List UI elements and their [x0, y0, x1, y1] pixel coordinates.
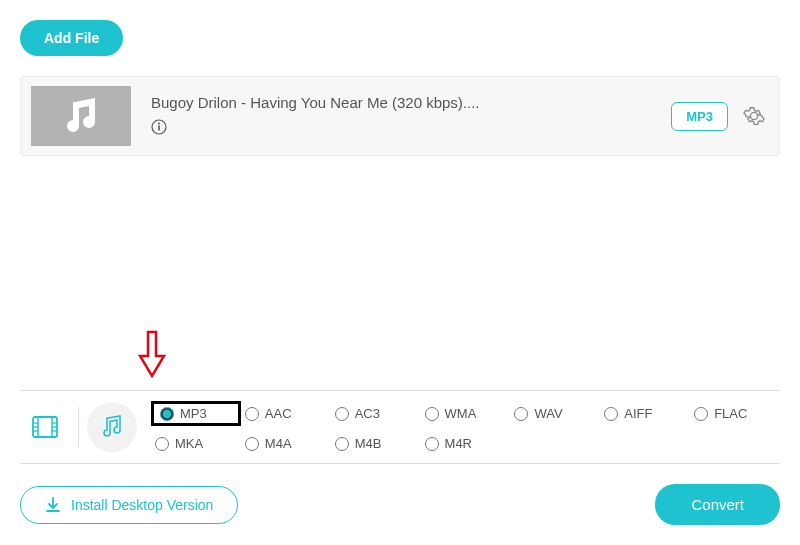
- format-label: MKA: [175, 436, 203, 451]
- format-option-mp3[interactable]: MP3: [151, 401, 241, 426]
- format-radio-wav[interactable]: [514, 407, 528, 421]
- format-label: AAC: [265, 406, 292, 421]
- download-icon: [45, 497, 61, 513]
- format-badge-button[interactable]: MP3: [671, 102, 728, 131]
- format-label: MP3: [180, 406, 207, 421]
- video-tab[interactable]: [20, 402, 70, 452]
- format-option-wav[interactable]: WAV: [510, 401, 600, 426]
- footer-bar: Install Desktop Version Convert: [20, 484, 780, 525]
- file-info: Bugoy Drilon - Having You Near Me (320 k…: [151, 94, 671, 139]
- file-title: Bugoy Drilon - Having You Near Me (320 k…: [151, 94, 671, 111]
- format-label: M4R: [445, 436, 472, 451]
- format-option-wma[interactable]: WMA: [421, 401, 511, 426]
- file-row: Bugoy Drilon - Having You Near Me (320 k…: [20, 76, 780, 156]
- film-icon: [30, 412, 60, 442]
- format-option-m4r[interactable]: M4R: [421, 434, 511, 453]
- svg-point-1: [158, 122, 160, 124]
- format-option-m4b[interactable]: M4B: [331, 434, 421, 453]
- music-note-icon: [57, 92, 105, 140]
- format-radio-m4r[interactable]: [425, 437, 439, 451]
- format-option-aac[interactable]: AAC: [241, 401, 331, 426]
- format-label: AC3: [355, 406, 380, 421]
- format-label: WMA: [445, 406, 477, 421]
- audio-tab[interactable]: [87, 402, 137, 452]
- divider: [78, 407, 79, 447]
- svg-rect-2: [158, 125, 160, 130]
- format-radio-flac[interactable]: [694, 407, 708, 421]
- format-label: FLAC: [714, 406, 747, 421]
- format-label: M4A: [265, 436, 292, 451]
- format-radio-wma[interactable]: [425, 407, 439, 421]
- formats-grid: MP3 AAC AC3 WMA WAV AIFF: [151, 401, 780, 453]
- format-radio-aiff[interactable]: [604, 407, 618, 421]
- format-option-ac3[interactable]: AC3: [331, 401, 421, 426]
- format-label: M4B: [355, 436, 382, 451]
- format-radio-mp3[interactable]: [160, 407, 174, 421]
- format-option-mka[interactable]: MKA: [151, 434, 241, 453]
- convert-button[interactable]: Convert: [655, 484, 780, 525]
- format-option-flac[interactable]: FLAC: [690, 401, 780, 426]
- music-notes-icon: [99, 414, 125, 440]
- format-bar: MP3 AAC AC3 WMA WAV AIFF: [20, 390, 780, 464]
- file-thumbnail: [31, 86, 131, 146]
- format-radio-ac3[interactable]: [335, 407, 349, 421]
- install-desktop-button[interactable]: Install Desktop Version: [20, 486, 238, 524]
- format-radio-m4b[interactable]: [335, 437, 349, 451]
- arrow-annotation: [138, 330, 166, 382]
- format-radio-m4a[interactable]: [245, 437, 259, 451]
- format-label: WAV: [534, 406, 562, 421]
- format-option-aiff[interactable]: AIFF: [600, 401, 690, 426]
- format-radio-aac[interactable]: [245, 407, 259, 421]
- gear-icon[interactable]: [743, 105, 765, 127]
- format-option-m4a[interactable]: M4A: [241, 434, 331, 453]
- add-file-button[interactable]: Add File: [20, 20, 123, 56]
- format-label: AIFF: [624, 406, 652, 421]
- info-icon[interactable]: [151, 119, 167, 135]
- install-label: Install Desktop Version: [71, 497, 213, 513]
- format-radio-mka[interactable]: [155, 437, 169, 451]
